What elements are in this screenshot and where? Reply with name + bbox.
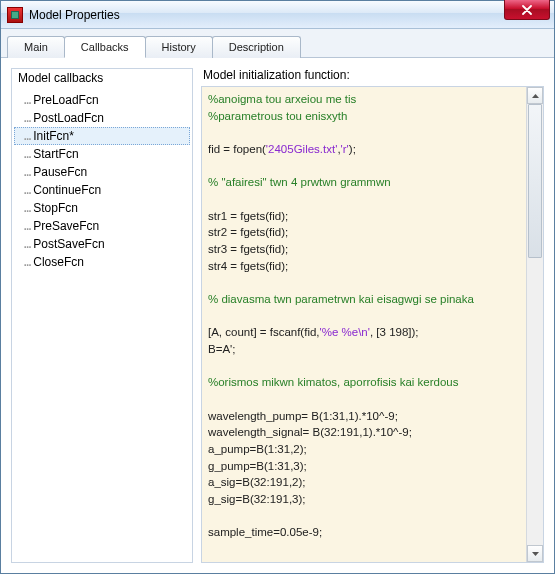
tree-item-label: CloseFcn	[33, 255, 84, 269]
tree-connector-icon: …	[24, 112, 31, 124]
editor-panel: Model initialization function: %anoigma …	[201, 68, 544, 563]
tree-item-closefcn[interactable]: …CloseFcn	[14, 253, 190, 271]
close-icon	[522, 5, 532, 15]
tree-item-initfcn[interactable]: …InitFcn*	[14, 127, 190, 145]
tree-item-label: InitFcn*	[33, 129, 74, 143]
tree-item-label: ContinueFcn	[33, 183, 101, 197]
scrollbar-vertical[interactable]	[526, 87, 543, 562]
tree-item-label: PostSaveFcn	[33, 237, 104, 251]
tree-connector-icon: …	[24, 238, 31, 250]
tree-item-continuefcn[interactable]: …ContinueFcn	[14, 181, 190, 199]
tree-item-label: PauseFcn	[33, 165, 87, 179]
tree-item-stopfcn[interactable]: …StopFcn	[14, 199, 190, 217]
tree-connector-icon: …	[24, 130, 31, 142]
tab-main[interactable]: Main	[7, 36, 65, 58]
chevron-down-icon	[532, 552, 539, 556]
tree-connector-icon: …	[24, 202, 31, 214]
window-title: Model Properties	[29, 8, 120, 22]
tree-connector-icon: …	[24, 94, 31, 106]
tree-item-label: StartFcn	[33, 147, 78, 161]
tab-callbacks[interactable]: Callbacks	[64, 36, 146, 58]
window: Model Properties MainCallbacksHistoryDes…	[0, 0, 555, 574]
scroll-thumb[interactable]	[528, 104, 542, 258]
chevron-up-icon	[532, 94, 539, 98]
close-button[interactable]	[504, 0, 550, 20]
tree-item-label: PreSaveFcn	[33, 219, 99, 233]
tree-item-postsavefcn[interactable]: …PostSaveFcn	[14, 235, 190, 253]
tab-description[interactable]: Description	[212, 36, 301, 58]
app-icon	[7, 7, 23, 23]
scroll-track[interactable]	[527, 104, 543, 545]
tree-item-startfcn[interactable]: …StartFcn	[14, 145, 190, 163]
tree-connector-icon: …	[24, 256, 31, 268]
tree-connector-icon: …	[24, 184, 31, 196]
tab-history[interactable]: History	[145, 36, 213, 58]
tree-item-label: PreLoadFcn	[33, 93, 98, 107]
tree-connector-icon: …	[24, 166, 31, 178]
code-editor-wrap: %anoigma tou arxeiou me tis %parametrous…	[201, 86, 544, 563]
tree-item-presavefcn[interactable]: …PreSaveFcn	[14, 217, 190, 235]
callbacks-tree[interactable]: …PreLoadFcn…PostLoadFcn…InitFcn*…StartFc…	[12, 87, 192, 562]
callbacks-panel: Model callbacks …PreLoadFcn…PostLoadFcn……	[11, 68, 193, 563]
tabbar: MainCallbacksHistoryDescription	[1, 29, 554, 58]
scroll-down-button[interactable]	[527, 545, 543, 562]
editor-label: Model initialization function:	[203, 68, 544, 82]
tree-item-label: PostLoadFcn	[33, 111, 104, 125]
body: Model callbacks …PreLoadFcn…PostLoadFcn……	[1, 58, 554, 573]
tree-item-label: StopFcn	[33, 201, 78, 215]
tree-item-pausefcn[interactable]: …PauseFcn	[14, 163, 190, 181]
tree-connector-icon: …	[24, 148, 31, 160]
code-editor[interactable]: %anoigma tou arxeiou me tis %parametrous…	[202, 87, 526, 562]
callbacks-panel-title: Model callbacks	[12, 69, 192, 87]
tree-item-postloadfcn[interactable]: …PostLoadFcn	[14, 109, 190, 127]
tree-connector-icon: …	[24, 220, 31, 232]
tree-item-preloadfcn[interactable]: …PreLoadFcn	[14, 91, 190, 109]
titlebar: Model Properties	[1, 1, 554, 29]
scroll-up-button[interactable]	[527, 87, 543, 104]
